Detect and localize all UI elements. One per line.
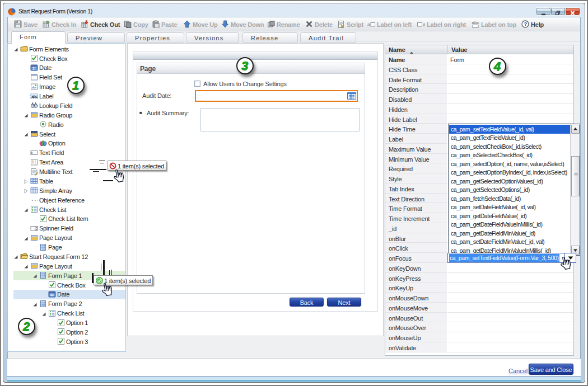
- svg-text:a: a: [423, 22, 425, 27]
- svg-text:abc: abc: [472, 20, 480, 25]
- svg-text:?: ?: [524, 21, 528, 27]
- svg-text:...: ...: [31, 197, 38, 203]
- svg-text:abc: abc: [31, 94, 38, 98]
- svg-text:a: a: [367, 22, 371, 27]
